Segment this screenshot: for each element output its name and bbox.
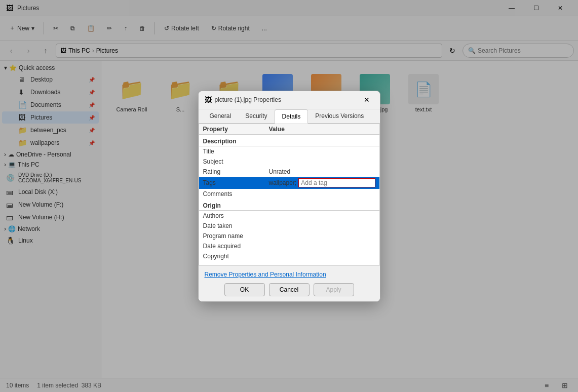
col-property: Property	[199, 124, 265, 135]
modal-title: picture (1).jpg Properties	[215, 96, 360, 103]
ok-button[interactable]: OK	[224, 283, 265, 296]
cancel-button[interactable]: Cancel	[269, 283, 310, 296]
modal-footer: Remove Properties and Personal Informati…	[199, 265, 380, 301]
tags-input[interactable]	[298, 178, 375, 187]
modal-title-bar: 🖼 picture (1).jpg Properties ✕	[199, 91, 380, 109]
tags-input-cell: wallpaper;	[269, 178, 375, 187]
tab-details[interactable]: Details	[275, 109, 309, 124]
tags-value: wallpaper;	[269, 179, 297, 186]
tab-previous-versions[interactable]: Previous Versions	[308, 109, 371, 124]
prop-subject: Subject	[199, 156, 379, 167]
remove-properties-link[interactable]: Remove Properties and Personal Informati…	[205, 271, 374, 278]
tab-security[interactable]: Security	[238, 109, 274, 124]
prop-program-name: Program name	[199, 231, 379, 241]
modal-icon: 🖼	[205, 96, 212, 104]
apply-button[interactable]: Apply	[314, 283, 354, 296]
modal-body: Property Value Description Title	[199, 124, 380, 265]
prop-tags[interactable]: Tags wallpaper;	[199, 177, 379, 189]
prop-date-taken: Date taken	[199, 221, 379, 231]
prop-copyright: Copyright	[199, 251, 379, 261]
modal-close-button[interactable]: ✕	[360, 93, 374, 107]
properties-table: Property Value Description Title	[199, 124, 379, 265]
section-origin: Origin	[199, 199, 379, 211]
tab-general[interactable]: General	[203, 109, 239, 124]
prop-rating: Rating Unrated	[199, 167, 379, 177]
modal-buttons: OK Cancel Apply	[205, 283, 374, 296]
section-image: Image	[199, 261, 379, 265]
properties-scroll-area[interactable]: Property Value Description Title	[199, 124, 380, 265]
modal-tabs: General Security Details Previous Versio…	[199, 109, 380, 124]
section-description: Description	[199, 134, 379, 146]
prop-comments: Comments	[199, 189, 379, 199]
modal-overlay: 🖼 picture (1).jpg Properties ✕ General S…	[0, 0, 578, 392]
col-value: Value	[265, 124, 379, 135]
prop-date-acquired: Date acquired	[199, 241, 379, 251]
prop-authors: Authors	[199, 210, 379, 221]
properties-modal: 🖼 picture (1).jpg Properties ✕ General S…	[198, 91, 380, 302]
prop-title: Title	[199, 146, 379, 156]
